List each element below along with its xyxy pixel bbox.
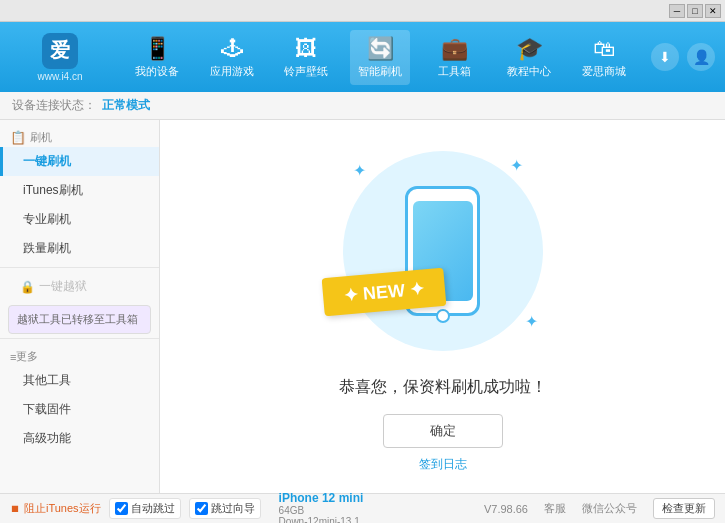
customer-service-link[interactable]: 客服 bbox=[544, 501, 566, 516]
nav-label-my-device: 我的设备 bbox=[135, 64, 179, 79]
nav-label-toolbox: 工具箱 bbox=[438, 64, 471, 79]
status-bar: 设备连接状态： 正常模式 bbox=[0, 92, 725, 120]
wallpaper-icon: 🖼 bbox=[295, 36, 317, 62]
minimize-button[interactable]: ─ bbox=[669, 4, 685, 18]
download-button[interactable]: ⬇ bbox=[651, 43, 679, 71]
itunes-status[interactable]: ⏹ 阻止iTunes运行 bbox=[10, 501, 101, 516]
phone-icon: 📱 bbox=[144, 36, 171, 62]
flash-section-icon: 📋 bbox=[10, 130, 26, 145]
phone-home-button bbox=[436, 309, 450, 323]
auto-skip-checkbox[interactable]: 自动跳过 bbox=[109, 498, 181, 519]
stop-icon: ⏹ bbox=[10, 503, 20, 514]
nav-item-mall[interactable]: 🛍 爱思商城 bbox=[574, 30, 634, 85]
sidebar-section-flash-header: 📋 刷机 bbox=[0, 124, 159, 147]
status-label: 设备连接状态： bbox=[12, 97, 96, 114]
phone-circle-bg bbox=[343, 151, 543, 351]
logo-icon: 爱 bbox=[42, 33, 78, 69]
sidebar-section-more-header: ≡ 更多 bbox=[0, 343, 159, 366]
nav-item-toolbox[interactable]: 💼 工具箱 bbox=[425, 30, 485, 85]
sidebar-divider-1 bbox=[0, 267, 159, 268]
header: 爱 www.i4.cn 📱 我的设备 🕹 应用游戏 🖼 铃声壁纸 🔄 智能刷机 … bbox=[0, 22, 725, 92]
confirm-button[interactable]: 确定 bbox=[383, 414, 503, 448]
nav-label-tutorials: 教程中心 bbox=[507, 64, 551, 79]
sidebar-item-itunes-flash[interactable]: iTunes刷机 bbox=[0, 176, 159, 205]
sparkle-icon-1: ✦ bbox=[353, 161, 366, 180]
sidebar-item-other-tools[interactable]: 其他工具 bbox=[0, 366, 159, 395]
nav-item-wallpaper[interactable]: 🖼 铃声壁纸 bbox=[276, 30, 336, 85]
sidebar-locked-jailbreak: 🔒 一键越狱 bbox=[0, 272, 159, 301]
title-bar: ─ □ ✕ bbox=[0, 0, 725, 22]
sidebar-item-one-click-flash[interactable]: 一键刷机 bbox=[0, 147, 159, 176]
nav-label-wallpaper: 铃声壁纸 bbox=[284, 64, 328, 79]
maximize-button[interactable]: □ bbox=[687, 4, 703, 18]
sidebar-divider-2 bbox=[0, 338, 159, 339]
user-button[interactable]: 👤 bbox=[687, 43, 715, 71]
tutorial-icon: 🎓 bbox=[516, 36, 543, 62]
phone-illustration: ✦ ✦ ✦ NEW bbox=[333, 141, 553, 361]
auto-skip-input[interactable] bbox=[115, 502, 128, 515]
success-message: 恭喜您，保资料刷机成功啦！ bbox=[339, 377, 547, 398]
logo-area: 爱 www.i4.cn bbox=[10, 33, 110, 82]
close-button[interactable]: ✕ bbox=[705, 4, 721, 18]
sparkle-icon-3: ✦ bbox=[525, 312, 538, 331]
toolbox-icon: 💼 bbox=[441, 36, 468, 62]
sidebar-item-advanced[interactable]: 高级功能 bbox=[0, 424, 159, 453]
skip-wizard-label: 跳过向导 bbox=[211, 501, 255, 516]
lock-icon: 🔒 bbox=[20, 280, 35, 294]
sidebar-item-download-firmware[interactable]: 下载固件 bbox=[0, 395, 159, 424]
nav-item-smart-flash[interactable]: 🔄 智能刷机 bbox=[350, 30, 410, 85]
nav-label-mall: 爱思商城 bbox=[582, 64, 626, 79]
main-layout: 📋 刷机 一键刷机 iTunes刷机 专业刷机 跌量刷机 🔒 一键越狱 越狱工具… bbox=[0, 120, 725, 493]
logo-text: www.i4.cn bbox=[37, 71, 82, 82]
nav-label-apps-games: 应用游戏 bbox=[210, 64, 254, 79]
nav-item-apps-games[interactable]: 🕹 应用游戏 bbox=[202, 30, 262, 85]
mall-icon: 🛍 bbox=[593, 36, 615, 62]
sidebar-item-pro-flash[interactable]: 专业刷机 bbox=[0, 205, 159, 234]
itunes-status-label: 阻止iTunes运行 bbox=[24, 501, 101, 516]
nav-label-smart-flash: 智能刷机 bbox=[358, 64, 402, 79]
skip-wizard-input[interactable] bbox=[195, 502, 208, 515]
nav-bar: 📱 我的设备 🕹 应用游戏 🖼 铃声壁纸 🔄 智能刷机 💼 工具箱 🎓 教程中心… bbox=[110, 30, 651, 85]
device-info: iPhone 12 mini 64GB Down-12mini-13.1 bbox=[279, 491, 364, 524]
nav-item-tutorials[interactable]: 🎓 教程中心 bbox=[499, 30, 559, 85]
bottom-left: ⏹ 阻止iTunes运行 自动跳过 跳过向导 iPhone 12 mini 64… bbox=[10, 491, 363, 524]
status-value: 正常模式 bbox=[102, 97, 150, 114]
device-firmware: Down-12mini-13.1 bbox=[279, 516, 364, 524]
sidebar-item-data-flash[interactable]: 跌量刷机 bbox=[0, 234, 159, 263]
bottom-right: V7.98.66 客服 微信公众号 检查更新 bbox=[484, 498, 715, 519]
version-text: V7.98.66 bbox=[484, 503, 528, 515]
check-update-button[interactable]: 检查更新 bbox=[653, 498, 715, 519]
main-content: ✦ ✦ ✦ NEW 恭喜您，保资料刷机成功啦！ 确定 签到日志 bbox=[160, 120, 725, 493]
device-storage: 64GB bbox=[279, 505, 364, 516]
bottom-bar: ⏹ 阻止iTunes运行 自动跳过 跳过向导 iPhone 12 mini 64… bbox=[0, 493, 725, 523]
skip-wizard-checkbox[interactable]: 跳过向导 bbox=[189, 498, 261, 519]
nav-item-my-device[interactable]: 📱 我的设备 bbox=[127, 30, 187, 85]
jailbreak-notice-box: 越狱工具已转移至工具箱 bbox=[8, 305, 151, 334]
sparkle-icon-2: ✦ bbox=[510, 156, 523, 175]
auto-skip-label: 自动跳过 bbox=[131, 501, 175, 516]
flash-section-label: 刷机 bbox=[30, 130, 52, 145]
flash-icon: 🔄 bbox=[367, 36, 394, 62]
wechat-link[interactable]: 微信公众号 bbox=[582, 501, 637, 516]
apps-icon: 🕹 bbox=[221, 36, 243, 62]
sidebar: 📋 刷机 一键刷机 iTunes刷机 专业刷机 跌量刷机 🔒 一键越狱 越狱工具… bbox=[0, 120, 160, 493]
daily-link[interactable]: 签到日志 bbox=[419, 456, 467, 473]
header-right: ⬇ 👤 bbox=[651, 43, 715, 71]
